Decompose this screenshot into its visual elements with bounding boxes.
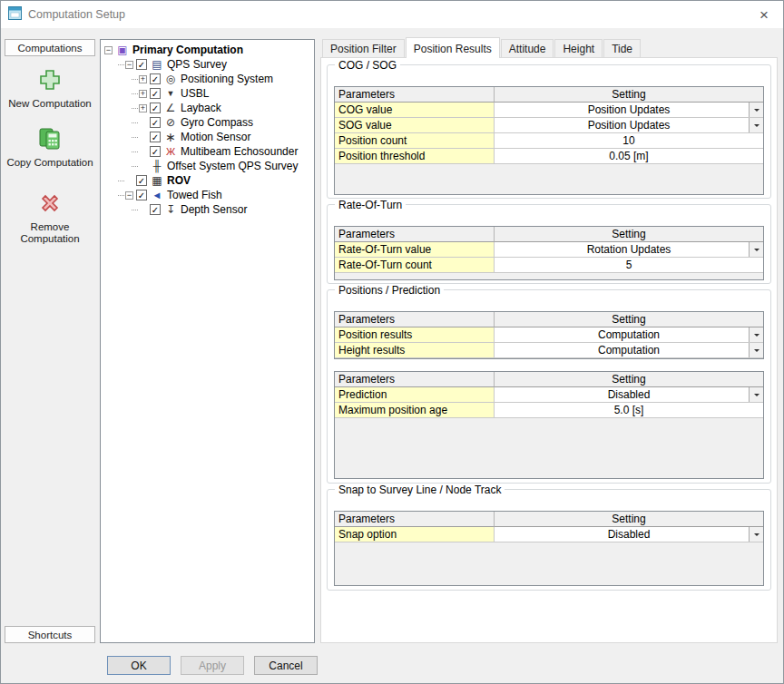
tab-position-results[interactable]: Position Results (406, 37, 500, 58)
gyro-compass-icon: ⊘ (163, 117, 178, 128)
setting-header: Setting (495, 372, 763, 387)
checkbox[interactable]: ✓ (150, 103, 161, 113)
dropdown-arrow-icon[interactable] (749, 118, 763, 132)
tree-node-label[interactable]: USBL (178, 87, 211, 100)
setting-header: Setting (495, 87, 763, 103)
tree-connector (132, 137, 138, 138)
param-value[interactable]: Disabled (495, 387, 763, 403)
tree-node-motion-sensor[interactable]: ✓∗Motion Sensor (101, 130, 314, 144)
param-value[interactable]: Computation (495, 327, 763, 343)
tree-node-label[interactable]: Primary Computation (130, 44, 246, 56)
tree-node-towed-fish[interactable]: −✓◄Towed Fish (101, 188, 314, 202)
param-value[interactable]: Computation (495, 343, 763, 358)
layback-icon: ∠ (163, 103, 178, 113)
collapse-icon[interactable]: − (125, 61, 133, 69)
dropdown-arrow-icon[interactable] (749, 387, 763, 402)
expand-icon[interactable]: + (139, 90, 147, 98)
dropdown-arrow-icon[interactable] (749, 242, 763, 257)
group-title: Positions / Prediction (335, 284, 444, 297)
tree-connector (132, 210, 138, 210)
collapse-icon[interactable]: − (104, 46, 113, 54)
tree-node-label[interactable]: Towed Fish (164, 189, 225, 201)
settings-panel: Position FilterPosition ResultsAttitudeH… (320, 39, 778, 643)
checkbox[interactable]: ✓ (150, 117, 161, 128)
param-value[interactable]: 10 (495, 133, 763, 149)
expand-icon[interactable]: + (139, 75, 147, 83)
tree-node-label[interactable]: Multibeam Echosounder (178, 145, 300, 158)
tree-node-depth-sensor[interactable]: ✓↧Depth Sensor (101, 202, 314, 217)
dropdown-arrow-icon[interactable] (749, 343, 763, 357)
tab-tide[interactable]: Tide (603, 39, 641, 57)
remove-computation-button[interactable]: Remove Computation (5, 191, 95, 245)
tree-connector (118, 195, 124, 196)
row-height-results: Height resultsComputation (335, 343, 763, 358)
settings-grid: ParametersSettingRate-Of-Turn valueRotat… (334, 226, 764, 280)
tree-node-positioning-system[interactable]: +✓◎Positioning System (101, 72, 314, 86)
tab-position-filter[interactable]: Position Filter (322, 39, 405, 57)
dropdown-arrow-icon[interactable] (749, 103, 763, 117)
param-value[interactable]: Rotation Updates (495, 242, 763, 258)
tree-node-label[interactable]: Depth Sensor (178, 203, 250, 216)
tree-node-label[interactable]: Layback (178, 102, 224, 114)
dialog-body: Computations New Computation (1, 28, 783, 643)
tree-node-label[interactable]: Offset System QPS Survey (164, 160, 301, 172)
tree-node-layback[interactable]: +✓∠Layback (101, 101, 314, 115)
param-value[interactable]: Disabled (495, 527, 763, 542)
setting-header: Setting (495, 512, 763, 527)
param-value[interactable]: Position Updates (495, 118, 763, 133)
tree-node-gyro-compass[interactable]: ✓⊘Gyro Compass (101, 115, 314, 130)
param-label: Rate-Of-Turn count (335, 258, 495, 273)
ok-button[interactable]: OK (107, 656, 171, 675)
dropdown-arrow-icon[interactable] (749, 527, 763, 542)
tree-node-offset-system-qps-survey[interactable]: ╫Offset System QPS Survey (101, 159, 314, 173)
tree-connector (132, 166, 138, 167)
depth-sensor-icon: ↧ (163, 204, 178, 215)
row-position-threshold: Position threshold0.05 [m] (335, 149, 763, 164)
tree-node-label[interactable]: Motion Sensor (178, 131, 253, 143)
param-value[interactable]: 5 (495, 258, 763, 273)
checkbox[interactable]: ✓ (150, 132, 161, 142)
expand-icon[interactable]: + (139, 104, 147, 112)
grid-header-row: ParametersSetting (335, 227, 763, 242)
tab-height[interactable]: Height (554, 39, 603, 57)
tree-node-label[interactable]: Gyro Compass (178, 116, 256, 129)
tree-node-rov[interactable]: ✓▦ROV (101, 173, 314, 188)
checkbox[interactable]: ✓ (150, 146, 161, 157)
tree-connector (132, 108, 138, 109)
tree-node-label[interactable]: Positioning System (178, 73, 276, 85)
tree-node-label[interactable]: QPS Survey (164, 58, 230, 71)
dropdown-arrow-icon[interactable] (749, 327, 763, 342)
new-computation-button[interactable]: New Computation (5, 68, 95, 110)
checkbox[interactable]: ✓ (150, 73, 161, 84)
row-sog-value: SOG valuePosition Updates (335, 118, 763, 133)
grid-header-row: ParametersSetting (335, 372, 763, 387)
computation-icon: ▣ (115, 44, 130, 55)
checkbox[interactable]: ✓ (136, 59, 147, 70)
shortcuts-button[interactable]: Shortcuts (5, 626, 95, 643)
multibeam-echosounder-icon: Ж (163, 146, 178, 157)
copy-computation-button[interactable]: Copy Computation (5, 127, 95, 169)
cancel-button[interactable]: Cancel (254, 656, 318, 675)
checkbox[interactable]: ✓ (136, 175, 147, 186)
param-label: Prediction (335, 387, 495, 403)
checkbox[interactable]: ✓ (150, 88, 161, 99)
close-button[interactable]: × (752, 7, 776, 23)
row-rate-of-turn-count: Rate-Of-Turn count5 (335, 258, 763, 273)
collapse-icon[interactable]: − (125, 191, 133, 200)
tree-node-primary-computation[interactable]: −▣Primary Computation (101, 43, 314, 57)
offset-system-icon: ╫ (150, 161, 164, 171)
tree-node-multibeam-echosounder[interactable]: ✓ЖMultibeam Echosounder (101, 144, 314, 159)
checkbox[interactable]: ✓ (150, 204, 161, 215)
computations-button[interactable]: Computations (5, 39, 95, 56)
tab-attitude[interactable]: Attitude (501, 39, 554, 57)
tree-node-label[interactable]: ROV (164, 174, 193, 187)
checkbox[interactable]: ✓ (136, 190, 147, 200)
param-value[interactable]: 5.0 [s] (495, 403, 763, 418)
param-value[interactable]: Position Updates (495, 103, 763, 118)
tree-node-usbl[interactable]: +✓▼USBL (101, 86, 314, 101)
settings-grid: ParametersSettingCOG valuePosition Updat… (334, 86, 764, 195)
row-position-results: Position resultsComputation (335, 327, 763, 343)
tree-node-qps-survey[interactable]: −✓▤QPS Survey (101, 57, 314, 72)
parameters-header: Parameters (335, 512, 495, 527)
param-value[interactable]: 0.05 [m] (495, 149, 763, 164)
